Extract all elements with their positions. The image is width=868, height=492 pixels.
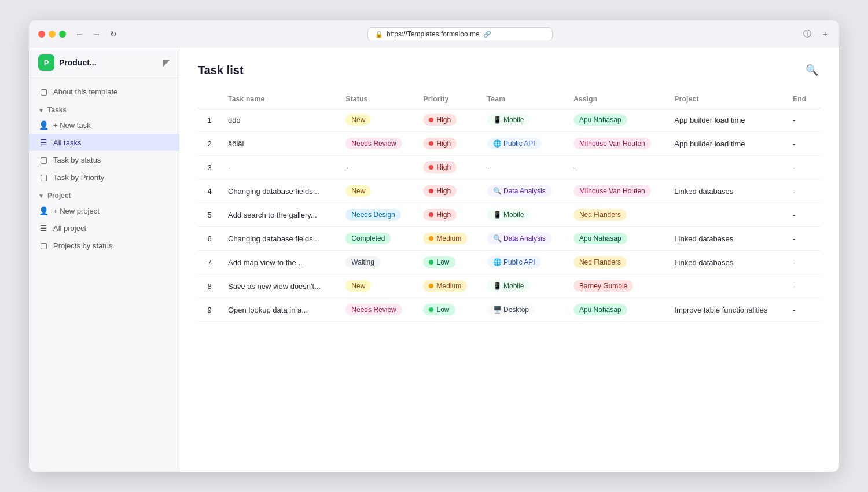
refresh-button[interactable]: ↻ bbox=[108, 28, 119, 40]
cell-priority: Low bbox=[416, 251, 480, 274]
assign-badge: Milhouse Van Houten bbox=[573, 185, 651, 197]
cell-task-name: - bbox=[221, 156, 339, 179]
cell-priority: High bbox=[416, 156, 480, 179]
sidebar-item-task-by-priority[interactable]: ▢ Task by Priority bbox=[29, 168, 179, 186]
table-row[interactable]: 6Changing database fields...CompletedMed… bbox=[198, 227, 821, 251]
cell-end: - bbox=[786, 156, 821, 179]
sidebar-task-by-priority-label: Task by Priority bbox=[53, 173, 104, 182]
cell-project: App builder load time bbox=[667, 108, 786, 132]
status-icon: ▢ bbox=[38, 155, 49, 164]
table-row[interactable]: 4Changing database fields...NewHigh🔍 Dat… bbox=[198, 179, 821, 203]
table-row[interactable]: 7Add map view to the...WaitingLow🌐 Publi… bbox=[198, 251, 821, 274]
table-row[interactable]: 3--High--- bbox=[198, 156, 821, 179]
col-project: Project bbox=[667, 90, 786, 108]
priority-badge: Low bbox=[423, 256, 455, 268]
priority-dot-icon bbox=[429, 189, 433, 193]
priority-dot-icon bbox=[429, 307, 433, 312]
cell-project: App builder load time bbox=[667, 132, 786, 156]
new-tab-button[interactable]: + bbox=[821, 28, 830, 40]
close-button[interactable] bbox=[38, 31, 45, 38]
all-project-icon: ☰ bbox=[38, 223, 49, 233]
table-row[interactable]: 2äölälNeeds ReviewHigh🌐 Public APIMilhou… bbox=[198, 132, 821, 156]
col-priority: Priority bbox=[416, 90, 480, 108]
assign-badge: Ned Flanders bbox=[573, 209, 627, 221]
cell-project bbox=[667, 274, 786, 298]
row-number: 3 bbox=[198, 156, 221, 179]
cell-team: 🌐 Public API bbox=[480, 132, 567, 156]
cell-priority: High bbox=[416, 108, 480, 132]
browser-window: ← → ↻ 🔒 https://Templates.formaloo.me 🔗 … bbox=[29, 20, 839, 472]
url-display[interactable]: 🔒 https://Templates.formaloo.me 🔗 bbox=[367, 27, 553, 41]
cell-team: 🌐 Public API bbox=[480, 251, 567, 274]
table-header-row: Task name Status Priority Team Assign Pr… bbox=[198, 90, 821, 108]
sidebar-item-all-tasks[interactable]: ☰ All tasks bbox=[29, 134, 179, 151]
priority-icon: ▢ bbox=[38, 172, 49, 182]
sidebar-item-all-project[interactable]: ☰ All project bbox=[29, 219, 179, 237]
priority-badge: Medium bbox=[423, 280, 467, 292]
tasks-section-header[interactable]: ▼ Tasks bbox=[29, 100, 179, 116]
priority-badge: High bbox=[423, 114, 457, 126]
traffic-lights bbox=[38, 31, 66, 38]
cell-project: Linked databases bbox=[667, 227, 786, 251]
priority-label: Medium bbox=[436, 234, 461, 243]
cell-end: - bbox=[786, 251, 821, 274]
back-button[interactable]: ← bbox=[73, 28, 86, 40]
layout-toggle-button[interactable]: ◤ bbox=[163, 57, 170, 68]
cell-task-name: Add map view to the... bbox=[221, 251, 339, 274]
cell-end: - bbox=[786, 132, 821, 156]
col-num bbox=[198, 90, 221, 108]
table-row[interactable]: 5Add search to the gallery...Needs Desig… bbox=[198, 203, 821, 227]
maximize-button[interactable] bbox=[59, 31, 66, 38]
sidebar-all-tasks-label: All tasks bbox=[53, 138, 81, 147]
link-icon: 🔗 bbox=[483, 31, 491, 38]
minimize-button[interactable] bbox=[49, 31, 56, 38]
priority-dot-icon bbox=[429, 165, 433, 170]
cell-priority: High bbox=[416, 203, 480, 227]
sidebar-item-new-task[interactable]: 👤 + New task bbox=[29, 116, 179, 134]
cell-end: - bbox=[786, 179, 821, 203]
project-arrow-icon: ▼ bbox=[38, 193, 44, 199]
table-row[interactable]: 8Save as new view doesn't...NewMedium📱 M… bbox=[198, 274, 821, 298]
project-section-header[interactable]: ▼ Project bbox=[29, 186, 179, 202]
cell-team: 📱 Mobile bbox=[480, 203, 567, 227]
col-team: Team bbox=[480, 90, 567, 108]
history-button[interactable]: ⓘ bbox=[801, 28, 814, 41]
table-row[interactable]: 9Open lookup data in a...Needs ReviewLow… bbox=[198, 298, 821, 322]
priority-badge: High bbox=[423, 161, 457, 173]
cell-team: - bbox=[480, 156, 567, 179]
table-row[interactable]: 1dddNewHigh📱 MobileApu NahasapApp builde… bbox=[198, 108, 821, 132]
cell-task-name: Save as new view doesn't... bbox=[221, 274, 339, 298]
cell-project bbox=[667, 156, 786, 179]
assign-badge: Milhouse Van Houten bbox=[573, 138, 651, 149]
cell-task-name: Changing database fields... bbox=[221, 227, 339, 251]
cell-status: Needs Design bbox=[339, 203, 416, 227]
cell-assign: Ned Flanders bbox=[567, 251, 667, 274]
sidebar-item-projects-by-status[interactable]: ▢ Projects by status bbox=[29, 237, 179, 254]
forward-button[interactable]: → bbox=[90, 28, 103, 40]
cell-status: Waiting bbox=[339, 251, 416, 274]
cell-status: - bbox=[339, 156, 416, 179]
sidebar-item-task-by-status[interactable]: ▢ Task by status bbox=[29, 151, 179, 168]
cell-task-name: ddd bbox=[221, 108, 339, 132]
priority-badge: Low bbox=[423, 304, 455, 315]
priority-label: Low bbox=[436, 306, 449, 314]
page-header: Task list 🔍 bbox=[198, 61, 821, 79]
priority-label: High bbox=[436, 163, 451, 171]
cell-project: Linked databases bbox=[667, 179, 786, 203]
cell-team: 📱 Mobile bbox=[480, 274, 567, 298]
sidebar-item-about[interactable]: ▢ About this template bbox=[29, 83, 179, 100]
priority-badge: High bbox=[423, 138, 457, 149]
tasks-arrow-icon: ▼ bbox=[38, 107, 44, 113]
cell-team: 🔍 Data Analysis bbox=[480, 179, 567, 203]
sidebar-projects-by-status-label: Projects by status bbox=[53, 241, 113, 250]
cell-end: - bbox=[786, 274, 821, 298]
sidebar-item-new-project[interactable]: 👤 + New project bbox=[29, 202, 179, 219]
row-number: 4 bbox=[198, 179, 221, 203]
cell-priority: Medium bbox=[416, 274, 480, 298]
cell-end: - bbox=[786, 203, 821, 227]
search-button[interactable]: 🔍 bbox=[803, 61, 821, 79]
team-badge: 🔍 Data Analysis bbox=[487, 185, 551, 197]
person-plus-project-icon: 👤 bbox=[38, 206, 49, 215]
col-task-name: Task name bbox=[221, 90, 339, 108]
project-section-label: Project bbox=[47, 192, 71, 200]
